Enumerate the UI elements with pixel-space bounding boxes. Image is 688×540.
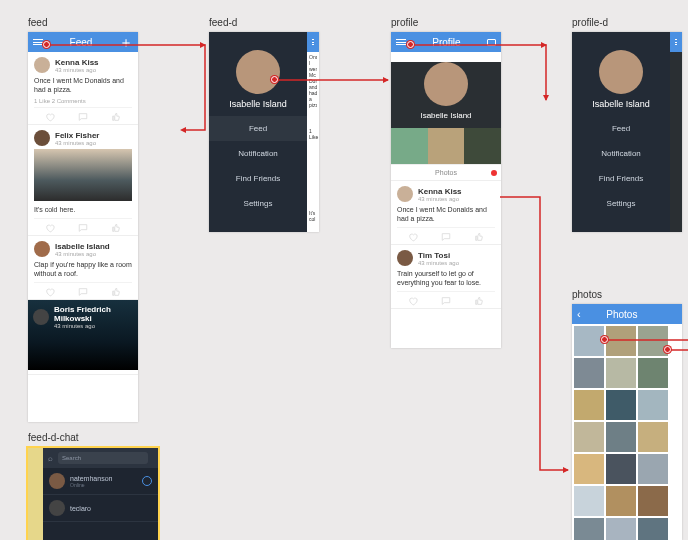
profile-post[interactable]: Kenna Kiss 43 minutes ago Once I went Mc… [391, 181, 501, 245]
photo-thumb[interactable] [638, 358, 668, 388]
post-actions [397, 227, 495, 244]
avatar[interactable] [34, 241, 50, 257]
photo-thumb[interactable] [574, 390, 604, 420]
thumb-icon[interactable] [111, 287, 121, 295]
post-time: 43 minutes ago [418, 196, 462, 202]
photo-thumb[interactable] [606, 358, 636, 388]
profile-avatar[interactable] [424, 62, 468, 106]
photo-thumb[interactable] [606, 518, 636, 540]
peek-header [307, 32, 319, 52]
peek-hero [670, 52, 682, 232]
comment-icon[interactable] [441, 232, 451, 240]
avatar[interactable] [397, 250, 413, 266]
drawer-item-notification[interactable]: Notification [572, 141, 670, 166]
screen-feed-d-chat: ⌕ Search natemhanson Online teclaro [28, 448, 158, 540]
thumb-icon[interactable] [474, 232, 484, 240]
post-body: Train yourself to let go of everything y… [397, 269, 495, 287]
post-image[interactable]: Boris Friedrich Milkowski 43 minutes ago [28, 300, 138, 370]
post-time: 43 minutes ago [55, 140, 99, 146]
avatar[interactable] [49, 500, 65, 516]
feed-post[interactable]: Isabelle Island 43 minutes ago Clap if y… [28, 236, 138, 300]
drawer-item-find-friends[interactable]: Find Friends [572, 166, 670, 191]
profile-subtab[interactable]: Photos [391, 164, 501, 181]
hamburger-icon[interactable] [33, 39, 43, 45]
comment-icon[interactable] [441, 296, 451, 304]
compose-icon[interactable]: ＋ [119, 37, 133, 47]
avatar[interactable] [397, 186, 413, 202]
feed-post[interactable]: Kenna Kiss 43 minutes ago Once I went Mc… [28, 52, 138, 125]
heart-icon[interactable] [408, 296, 418, 304]
drawer-item-settings[interactable]: Settings [209, 191, 307, 216]
profile-title: Profile [406, 37, 487, 48]
avatar[interactable] [33, 309, 49, 325]
comment-icon[interactable] [78, 287, 88, 295]
comment-icon[interactable] [78, 112, 88, 120]
photo-thumb[interactable] [638, 390, 668, 420]
photo-thumb[interactable] [606, 422, 636, 452]
drawer-avatar[interactable] [599, 50, 643, 94]
photo-thumb[interactable] [574, 326, 604, 356]
avatar[interactable] [34, 130, 50, 146]
drawer-avatar[interactable] [236, 50, 280, 94]
flow-node [271, 76, 278, 83]
hamburger-icon[interactable] [675, 39, 677, 45]
chat-search[interactable]: Search [58, 452, 148, 464]
avatar[interactable] [49, 473, 65, 489]
avatar[interactable] [34, 57, 50, 73]
photo-thumb[interactable] [638, 518, 668, 540]
heart-icon[interactable] [408, 232, 418, 240]
drawer: Isabelle Island Feed Notification Find F… [572, 32, 670, 216]
post-user: Felix Fisher [55, 131, 99, 140]
profile-photos-strip[interactable] [391, 128, 501, 164]
heart-icon[interactable] [45, 223, 55, 231]
drawer-item-notification[interactable]: Notification [209, 141, 307, 166]
profile-post[interactable]: Tim Tosi 43 minutes ago Train yourself t… [391, 245, 501, 309]
photo-thumb[interactable] [574, 358, 604, 388]
svg-marker-3 [543, 95, 549, 101]
photo-thumb[interactable] [606, 390, 636, 420]
post-image[interactable] [34, 149, 132, 201]
chat-row[interactable]: natemhanson Online [43, 468, 158, 495]
feed-post[interactable]: Boris Friedrich Milkowski 43 minutes ago [28, 300, 138, 375]
drawer-item-feed[interactable]: Feed [209, 116, 307, 141]
photos-header: ‹ Photos [572, 304, 682, 324]
thumb-icon[interactable] [111, 223, 121, 231]
label-profile-d: profile-d [572, 17, 608, 28]
feed-post[interactable]: Felix Fisher 43 minutes ago It's cold he… [28, 125, 138, 236]
photos-grid [572, 324, 682, 540]
post-body: Clap if you're happy like a room without… [34, 260, 132, 278]
post-time: 43 minutes ago [55, 67, 99, 73]
chat-action-icon[interactable] [142, 476, 152, 486]
drawer-item-find-friends[interactable]: Find Friends [209, 166, 307, 191]
photo-thumb[interactable] [574, 422, 604, 452]
comment-icon[interactable] [78, 223, 88, 231]
hamburger-icon[interactable] [312, 39, 314, 45]
photo-thumb[interactable] [638, 422, 668, 452]
label-photos: photos [572, 289, 602, 300]
photo-thumb[interactable] [638, 486, 668, 516]
thumb-icon[interactable] [111, 112, 121, 120]
photo-thumb[interactable] [574, 486, 604, 516]
camera-icon[interactable] [487, 39, 496, 46]
drawer-item-settings[interactable]: Settings [572, 191, 670, 216]
chat-row[interactable]: teclaro [43, 495, 158, 522]
photo-thumb[interactable] [574, 518, 604, 540]
heart-icon[interactable] [45, 287, 55, 295]
photo-thumb[interactable] [638, 326, 668, 356]
subtab-label: Photos [435, 169, 457, 176]
hamburger-icon[interactable] [396, 39, 406, 45]
photo-thumb[interactable] [574, 454, 604, 484]
heart-icon[interactable] [45, 112, 55, 120]
flow-node [43, 41, 50, 48]
post-body: Once I went Mc Donalds and had a pizza. [34, 76, 132, 94]
drawer-item-feed[interactable]: Feed [572, 116, 670, 141]
photo-thumb[interactable] [606, 486, 636, 516]
peek-meta: 1 Like [309, 128, 317, 140]
photo-thumb[interactable] [606, 454, 636, 484]
screen-photos: ‹ Photos [572, 304, 682, 540]
photo-thumb[interactable] [606, 326, 636, 356]
profile-hero: Isabelle Island [391, 62, 501, 128]
photo-thumb[interactable] [638, 454, 668, 484]
thumb-icon[interactable] [474, 296, 484, 304]
screen-feed-d: Once I went Mc Donalds and had a pizza. … [209, 32, 319, 232]
